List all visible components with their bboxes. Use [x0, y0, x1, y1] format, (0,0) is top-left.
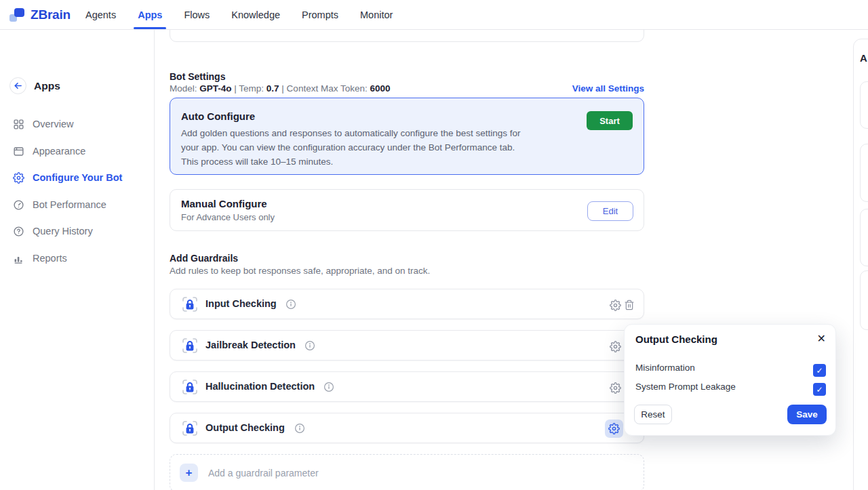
nav-item-agents[interactable]: Agents [85, 0, 116, 29]
guardrail-row-jailbreak-detection: Jailbreak Detection [170, 330, 644, 361]
info-icon[interactable] [294, 423, 305, 434]
nav-item-knowledge[interactable]: Knowledge [231, 0, 280, 29]
delete-trash-icon[interactable] [623, 299, 635, 311]
lock-badge-icon [180, 295, 199, 314]
info-icon[interactable] [285, 299, 296, 310]
manual-configure-card: Manual Configure For Advance Users only … [170, 189, 644, 231]
zbrain-logo[interactable]: ZBrain [0, 7, 80, 22]
start-button[interactable]: Start [587, 111, 633, 130]
guardrail-label: Jailbreak Detection [205, 340, 296, 350]
sidebar-item-label: Bot Performance [33, 199, 106, 210]
output-checking-popup: Output Checking ✕ Misinformation ✓ Syste… [624, 324, 836, 436]
nav-item-apps[interactable]: Apps [138, 0, 162, 29]
gauge-icon [12, 199, 24, 211]
option-label-misinformation: Misinformation [635, 363, 695, 373]
sidebar-item-query-history[interactable]: Query History [0, 218, 155, 245]
zbrain-logo-icon [9, 7, 24, 22]
back-button[interactable] [9, 77, 26, 94]
settings-gear-icon-active[interactable] [605, 420, 623, 438]
window-icon [12, 145, 24, 157]
checkbox-misinformation[interactable]: ✓ [813, 364, 826, 377]
lock-badge-icon [180, 336, 199, 355]
checkbox-system-prompt-leakage[interactable]: ✓ [813, 383, 826, 396]
guardrail-label: Output Checking [205, 422, 285, 433]
guardrail-row-input-checking: Input Checking [170, 289, 644, 319]
check-icon: ✓ [816, 385, 823, 394]
temp-value: 0.7 [267, 83, 279, 94]
guardrail-row-hallucination-detection: Hallucination Detection [170, 371, 644, 402]
sidebar-item-label: Configure Your Bot [33, 172, 122, 183]
plus-icon: + [180, 464, 198, 482]
sidebar-item-overview[interactable]: Overview [0, 110, 155, 138]
save-button[interactable]: Save [787, 405, 827, 424]
auto-configure-title: Auto Configure [181, 110, 630, 122]
context-max-token-value: 6000 [370, 83, 390, 94]
sidebar-item-reports[interactable]: Reports [0, 245, 155, 272]
right-panel-title: A [860, 52, 867, 64]
right-panel-card [860, 81, 868, 129]
guardrail-row-output-checking: Output Checking [170, 413, 644, 443]
bar-chart-icon [12, 252, 24, 264]
popup-title: Output Checking [635, 333, 717, 345]
add-guardrails-subtitle: Add rules to keep bot responses safe, ap… [170, 266, 430, 276]
edit-button[interactable]: Edit [587, 201, 633, 221]
primary-nav: Agents Apps Flows Knowledge Prompts Moni… [80, 0, 393, 29]
manual-configure-subtitle: For Advance Users only [181, 212, 633, 222]
info-icon[interactable] [323, 382, 334, 392]
question-circle-icon [12, 225, 24, 237]
info-icon[interactable] [304, 340, 315, 351]
lock-badge-icon [180, 419, 199, 438]
nav-item-monitor[interactable]: Monitor [360, 0, 393, 29]
sidebar-item-configure-your-bot[interactable]: Configure Your Bot [0, 164, 155, 191]
auto-configure-card: Auto Configure Add golden questions and … [170, 98, 644, 175]
sidebar-item-label: Reports [33, 253, 67, 264]
close-icon[interactable]: ✕ [817, 332, 826, 345]
sidebar-item-bot-performance[interactable]: Bot Performance [0, 191, 155, 218]
model-value: GPT-4o [199, 83, 231, 94]
sidebar-item-label: Overview [33, 119, 73, 129]
top-navbar: ZBrain Agents Apps Flows Knowledge Promp… [0, 0, 868, 30]
manual-configure-title: Manual Configure [181, 198, 633, 209]
right-panel-partial: A [852, 30, 868, 490]
right-panel-card [860, 270, 868, 330]
brand-name: ZBrain [31, 7, 71, 22]
sidebar-title: Apps [34, 80, 60, 92]
right-panel-card [860, 209, 868, 266]
bot-settings-title: Bot Settings [170, 71, 225, 82]
lock-badge-icon [180, 377, 199, 396]
sidebar-item-label: Appearance [33, 146, 85, 157]
guardrail-label: Hallucination Detection [205, 381, 315, 392]
auto-configure-description: Add golden questions and responses to au… [181, 126, 524, 169]
add-guardrail-parameter-button[interactable]: + Add a guardrail parameter [170, 454, 644, 490]
right-panel-card [860, 144, 868, 202]
settings-gear-icon[interactable] [609, 299, 621, 311]
nav-item-prompts[interactable]: Prompts [302, 0, 338, 29]
settings-gear-icon[interactable] [609, 340, 621, 352]
bot-settings-meta: Model: GPT-4o | Temp: 0.7 | Context Max … [170, 83, 390, 94]
gear-icon [12, 171, 24, 184]
sidebar-item-label: Query History [33, 226, 93, 237]
add-guardrail-parameter-label: Add a guardrail parameter [208, 468, 319, 478]
settings-gear-icon[interactable] [609, 382, 621, 394]
app-screen: ZBrain Agents Apps Flows Knowledge Promp… [0, 0, 868, 490]
reset-button[interactable]: Reset [634, 405, 672, 424]
view-all-settings-link[interactable]: View all Settings [572, 83, 644, 94]
guardrail-label: Input Checking [205, 298, 277, 309]
nav-item-flows[interactable]: Flows [184, 0, 210, 29]
sidebar-item-appearance[interactable]: Appearance [0, 138, 155, 165]
check-icon: ✓ [816, 366, 823, 375]
grid-icon [12, 118, 24, 130]
option-label-system-prompt-leakage: System Prompt Leakage [635, 382, 736, 392]
add-guardrails-title: Add Guardrails [170, 253, 238, 264]
sidebar: Apps Overview Appearance Configure Your … [0, 30, 155, 490]
arrow-left-icon [14, 81, 22, 90]
